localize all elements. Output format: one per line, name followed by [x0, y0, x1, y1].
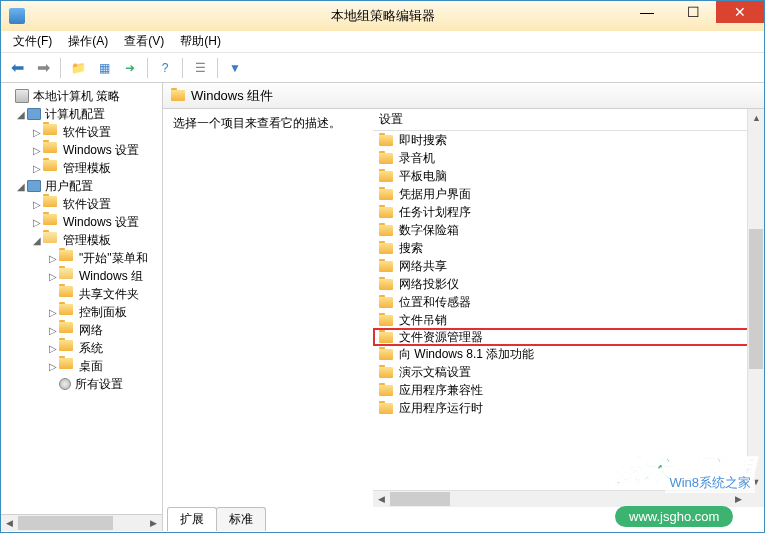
tree-all-settings[interactable]: 所有设置: [1, 375, 162, 393]
user-icon: [27, 180, 41, 192]
tree-scrollbar-horizontal[interactable]: ◀ ▶: [1, 514, 162, 531]
tree-label: Windows 设置: [63, 214, 139, 231]
tree-network[interactable]: ▷网络: [1, 321, 162, 339]
setting-item[interactable]: 平板电脑: [373, 167, 764, 185]
folder-icon: [43, 196, 57, 207]
filter-button[interactable]: ▼: [223, 56, 247, 80]
scrollbar-down-arrow[interactable]: ▼: [748, 473, 764, 490]
folder-icon: [379, 261, 393, 272]
tab-standard[interactable]: 标准: [216, 507, 266, 531]
export-button[interactable]: ➜: [118, 56, 142, 80]
folder-icon: [43, 214, 57, 225]
gear-icon: [59, 378, 71, 390]
toolbar-separator: [182, 58, 183, 78]
scrollbar-left-arrow[interactable]: ◀: [373, 491, 390, 507]
setting-label: 位置和传感器: [399, 294, 471, 311]
tree-windows-settings[interactable]: ▷Windows 设置: [1, 141, 162, 159]
tree-label: 共享文件夹: [79, 286, 139, 303]
tab-extended[interactable]: 扩展: [167, 507, 217, 531]
detail-scrollbar-horizontal[interactable]: ◀ ▶: [373, 490, 747, 507]
detail-header: Windows 组件: [163, 83, 764, 109]
tree-shared-folders[interactable]: 共享文件夹: [1, 285, 162, 303]
toolbar-separator: [217, 58, 218, 78]
detail-title: Windows 组件: [191, 87, 273, 105]
help-button[interactable]: ?: [153, 56, 177, 80]
maximize-button[interactable]: ☐: [670, 1, 716, 23]
up-button[interactable]: 📁: [66, 56, 90, 80]
folder-icon: [379, 315, 393, 326]
setting-item[interactable]: 应用程序兼容性: [373, 381, 764, 399]
folder-icon: [379, 403, 393, 414]
setting-item[interactable]: 网络共享: [373, 257, 764, 275]
scrollbar-thumb[interactable]: [749, 229, 763, 369]
setting-item[interactable]: 网络投影仪: [373, 275, 764, 293]
folder-icon: [59, 250, 73, 261]
setting-item[interactable]: 文件吊销: [373, 311, 764, 329]
setting-item[interactable]: 凭据用户界面: [373, 185, 764, 203]
scrollbar-thumb[interactable]: [390, 492, 450, 506]
back-button[interactable]: ⬅: [5, 56, 29, 80]
setting-label: 录音机: [399, 150, 435, 167]
minimize-button[interactable]: —: [624, 1, 670, 23]
folder-icon: [379, 385, 393, 396]
window-title: 本地组策略编辑器: [331, 7, 435, 25]
folder-icon: [379, 297, 393, 308]
tree-system[interactable]: ▷系统: [1, 339, 162, 357]
tree-windows-settings-user[interactable]: ▷Windows 设置: [1, 213, 162, 231]
setting-item[interactable]: 任务计划程序: [373, 203, 764, 221]
tree-admin-templates-user[interactable]: ◢管理模板: [1, 231, 162, 249]
window-controls: — ☐ ✕: [624, 1, 764, 23]
detail-scrollbar-vertical[interactable]: ▲ ▼: [747, 109, 764, 490]
setting-item[interactable]: 向 Windows 8.1 添加功能: [373, 345, 764, 363]
tree-control-panel[interactable]: ▷控制面板: [1, 303, 162, 321]
folder-icon: [43, 142, 57, 153]
scrollbar-thumb[interactable]: [18, 516, 113, 530]
setting-item[interactable]: 搜索: [373, 239, 764, 257]
setting-label: 应用程序兼容性: [399, 382, 483, 399]
tree-user-config[interactable]: ◢用户配置: [1, 177, 162, 195]
detail-body: 选择一个项目来查看它的描述。 设置 即时搜索录音机平板电脑凭据用户界面任务计划程…: [163, 109, 764, 507]
tree-software-settings-user[interactable]: ▷软件设置: [1, 195, 162, 213]
setting-label: 即时搜索: [399, 132, 447, 149]
menu-action[interactable]: 操作(A): [60, 31, 116, 52]
scrollbar-left-arrow[interactable]: ◀: [1, 515, 18, 531]
tree-computer-config[interactable]: ◢计算机配置: [1, 105, 162, 123]
forward-button[interactable]: ➡: [31, 56, 55, 80]
folder-icon: [379, 243, 393, 254]
folder-icon: [379, 225, 393, 236]
setting-item[interactable]: 位置和传感器: [373, 293, 764, 311]
setting-item[interactable]: 录音机: [373, 149, 764, 167]
tree-start-menu[interactable]: ▷"开始"菜单和: [1, 249, 162, 267]
folder-icon: [43, 160, 57, 171]
tree-label: 管理模板: [63, 160, 111, 177]
tree-windows-components[interactable]: ▷Windows 组: [1, 267, 162, 285]
setting-item[interactable]: 即时搜索: [373, 131, 764, 149]
tree-admin-templates[interactable]: ▷管理模板: [1, 159, 162, 177]
properties-button[interactable]: ☰: [188, 56, 212, 80]
folder-icon: [59, 340, 73, 351]
scrollbar-track[interactable]: [18, 515, 145, 531]
folder-icon: [59, 358, 73, 369]
setting-item[interactable]: 应用程序运行时: [373, 399, 764, 417]
column-header-settings[interactable]: 设置: [373, 109, 764, 131]
scrollbar-up-arrow[interactable]: ▲: [748, 109, 765, 126]
setting-item[interactable]: 文件资源管理器: [373, 328, 764, 346]
setting-item[interactable]: 演示文稿设置: [373, 363, 764, 381]
tree-root[interactable]: 本地计算机 策略: [1, 87, 162, 105]
setting-item[interactable]: 数字保险箱: [373, 221, 764, 239]
folder-icon: [43, 124, 57, 135]
tree-desktop[interactable]: ▷桌面: [1, 357, 162, 375]
close-button[interactable]: ✕: [716, 1, 764, 23]
tree-label: 桌面: [79, 358, 103, 375]
menu-view[interactable]: 查看(V): [116, 31, 172, 52]
show-hide-tree-button[interactable]: ▦: [92, 56, 116, 80]
scrollbar-right-arrow[interactable]: ▶: [730, 491, 747, 507]
scrollbar-right-arrow[interactable]: ▶: [145, 515, 162, 531]
folder-icon: [379, 349, 393, 360]
app-icon: [9, 8, 25, 24]
scrollbar-track[interactable]: [390, 491, 730, 507]
menu-help[interactable]: 帮助(H): [172, 31, 229, 52]
menu-file[interactable]: 文件(F): [5, 31, 60, 52]
tree-software-settings[interactable]: ▷软件设置: [1, 123, 162, 141]
content-area: 本地计算机 策略 ◢计算机配置 ▷软件设置 ▷Windows 设置 ▷管理模板 …: [1, 83, 764, 531]
